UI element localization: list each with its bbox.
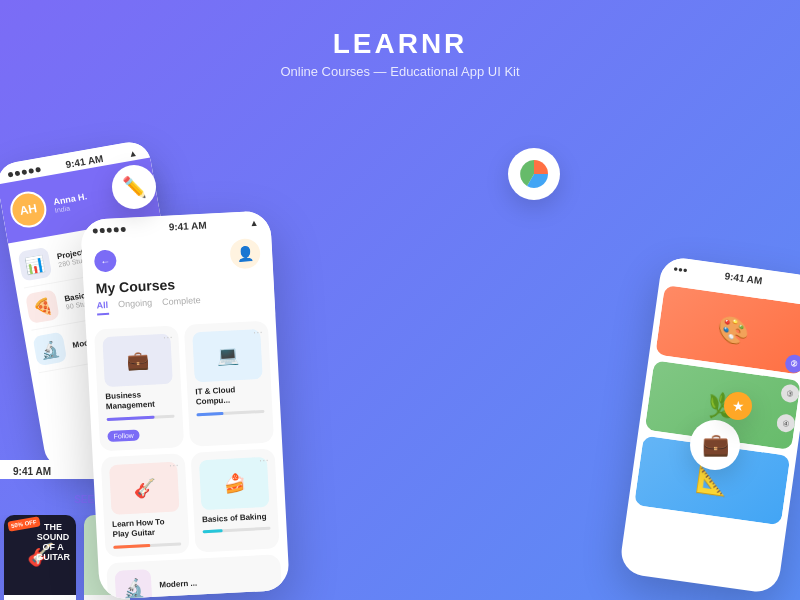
phone-my-courses: 9:41 AM ▲ ← 👤 My Courses All Ongoing Com… [80,210,290,599]
back-button-mycourses[interactable]: ← [94,249,117,272]
rank-3: ④ [776,413,796,433]
featured-card-guitar[interactable]: 50% OFF 🎸 THESOUNDOF AGUITAR Learn How T… [4,515,76,600]
card-more-4[interactable]: ⋯ [259,454,270,466]
time-far-right: 9:41 AM [724,270,763,286]
profile-info-far-left: Anna H. India [53,191,89,214]
briefcase-icon: 💼 [702,432,729,458]
card-title-modern: Modern ... [159,579,197,591]
side-card-1: 🎨 [655,285,800,375]
profile-btn[interactable]: 👤 [229,238,261,270]
course-card-guitar[interactable]: ⋯ 🎸 Learn How To Play Guitar [101,453,190,557]
course-grid: ⋯ 💼 Business Management Follow ⋯ 💻 IT & … [86,314,290,600]
rank-1: ② [784,354,800,374]
time-center: 9:41 AM [13,466,51,477]
card-title-baking: Basics of Baking [202,511,270,525]
tab-all[interactable]: All [96,300,108,316]
page-header: LEARNR Online Courses — Educational App … [0,0,800,99]
time-mycourses: 9:41 AM [168,220,207,233]
dot2 [15,171,21,177]
course-thumb-3: 🔬 [33,332,68,367]
feat-info-guitar: Learn How To Play Guitar $16.99 $20.99 [4,595,76,600]
pie-chart-float [518,158,550,190]
rank-2: ③ [780,383,800,403]
card-thumb-modern: 🔬 [115,569,153,600]
feat-thumb-guitar: 50% OFF 🎸 THESOUNDOF AGUITAR [4,515,76,595]
card-more-1[interactable]: ⋯ [162,332,173,344]
card-more-3[interactable]: ⋯ [169,459,180,471]
course-card-it[interactable]: ⋯ 💻 IT & Cloud Compu... [184,321,274,447]
app-subtitle: Online Courses — Educational App UI Kit [0,64,800,79]
card-more-2[interactable]: ⋯ [252,327,263,339]
dot4 [28,168,34,174]
signal-mycourses [93,227,126,234]
right-side-cards: 🎨 🌿 📐 [627,278,800,532]
floating-briefcase: 💼 [690,420,740,470]
tab-complete[interactable]: Complete [162,295,201,312]
course-card-modern[interactable]: 🔬 Modern ... [106,554,282,600]
card-progress-baking [203,527,271,534]
status-icons-far-left: ▲ [127,147,138,158]
star-icon: ★ [732,398,745,414]
tab-ongoing[interactable]: Ongoing [118,298,153,315]
signal-dots [8,167,41,178]
pencil-icon: ✏️ [122,175,147,199]
course-card-business[interactable]: ⋯ 💼 Business Management Follow [94,325,184,451]
floating-star: ★ [724,392,752,420]
dot3 [21,169,27,175]
course-tabs: All Ongoing Complete [96,292,263,316]
course-thumb-2: 🍕 [25,289,60,324]
dot1 [8,172,14,178]
card-title-business: Business Management [105,389,174,413]
profile-avatar-far-left: AH [8,189,50,231]
floating-pie-chart [508,148,560,200]
floating-pencil: ✏️ [112,165,156,209]
card-title-it: IT & Cloud Compu... [195,384,264,408]
card-progress-guitar [113,542,181,549]
course-card-baking[interactable]: ⋯ 🍰 Basics of Baking [190,448,279,552]
dot5 [35,167,41,173]
phones-container: 9:41 AM ▲ AH Anna H. India 📊 Project M..… [20,150,780,600]
app-title: LEARNR [0,28,800,60]
card-title-guitar: Learn How To Play Guitar [112,516,181,540]
card-progress-business [107,414,175,421]
follow-btn[interactable]: Follow [107,429,140,442]
card-progress-it [196,410,264,417]
my-courses-header: ← 👤 My Courses All Ongoing Complete [81,229,275,324]
course-thumb-1: 📊 [18,247,53,282]
